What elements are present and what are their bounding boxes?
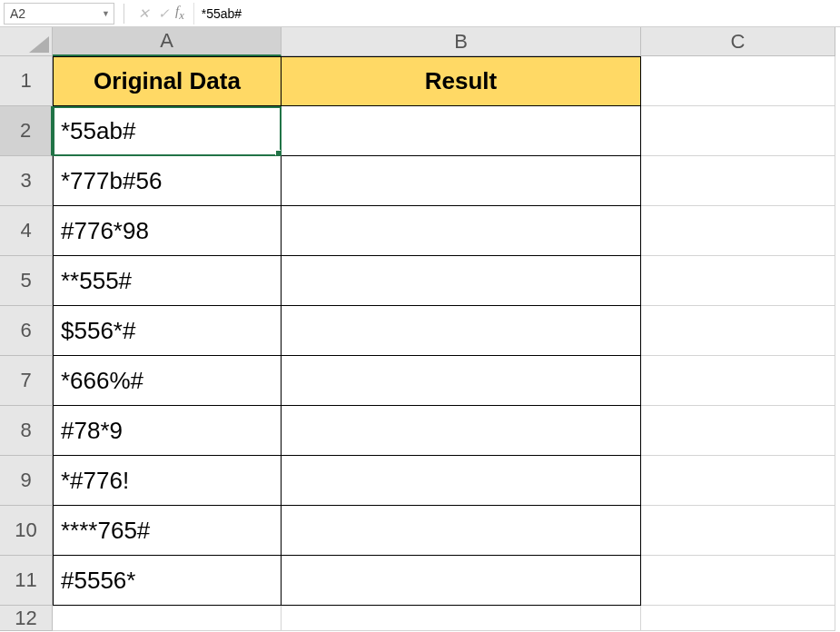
fx-icon[interactable]: fx — [175, 4, 184, 23]
select-all-corner[interactable] — [0, 27, 53, 56]
row-header[interactable]: 8 — [0, 406, 53, 456]
cell[interactable]: $556*# — [53, 306, 282, 356]
header-original-data[interactable]: Original Data — [53, 56, 282, 106]
cell[interactable] — [641, 56, 835, 106]
row-header[interactable]: 7 — [0, 356, 53, 406]
row-header[interactable]: 5 — [0, 256, 53, 306]
cell[interactable]: *666%# — [53, 356, 282, 406]
cell[interactable] — [282, 206, 641, 256]
cell[interactable] — [282, 156, 641, 206]
row-header[interactable]: 4 — [0, 206, 53, 256]
cell[interactable] — [641, 106, 835, 156]
row-header[interactable]: 10 — [0, 506, 53, 556]
cell[interactable] — [282, 456, 641, 506]
cell[interactable]: #5556* — [53, 556, 282, 606]
cell[interactable] — [641, 406, 835, 456]
cell[interactable] — [641, 306, 835, 356]
table-row: #5556* — [53, 556, 835, 606]
row-header[interactable]: 12 — [0, 606, 53, 631]
cell[interactable] — [641, 356, 835, 406]
cell[interactable]: ****765# — [53, 506, 282, 556]
cell[interactable] — [53, 606, 282, 631]
name-box-value: A2 — [10, 6, 25, 21]
table-row: **555# — [53, 256, 835, 306]
cell[interactable] — [282, 106, 641, 156]
cell[interactable] — [282, 356, 641, 406]
formula-bar: A2 ▼ ✕ ✓ fx — [0, 0, 840, 27]
table-row — [53, 606, 835, 631]
cell[interactable]: *#776! — [53, 456, 282, 506]
row-header[interactable]: 3 — [0, 156, 53, 206]
table-row: ****765# — [53, 506, 835, 556]
formula-input[interactable] — [193, 3, 840, 25]
column-headers: A B C — [53, 27, 835, 56]
cell[interactable] — [282, 506, 641, 556]
enter-icon[interactable]: ✓ — [153, 5, 173, 22]
col-header-b[interactable]: B — [282, 27, 641, 56]
cell-grid: Original Data Result *55ab# *777b#56 #77… — [53, 56, 835, 631]
row-header[interactable]: 6 — [0, 306, 53, 356]
table-row: *#776! — [53, 456, 835, 506]
cell[interactable] — [282, 406, 641, 456]
row-header[interactable]: 1 — [0, 56, 53, 106]
cell[interactable] — [282, 256, 641, 306]
cell[interactable] — [641, 156, 835, 206]
cell[interactable] — [282, 606, 641, 631]
cell[interactable]: *777b#56 — [53, 156, 282, 206]
row-header[interactable]: 9 — [0, 456, 53, 506]
header-result[interactable]: Result — [282, 56, 641, 106]
cell[interactable] — [641, 206, 835, 256]
cell[interactable] — [641, 456, 835, 506]
separator — [124, 4, 124, 24]
table-row: #78*9 — [53, 406, 835, 456]
cell[interactable]: #776*98 — [53, 206, 282, 256]
table-row: $556*# — [53, 306, 835, 356]
row-header[interactable]: 2 — [0, 106, 53, 156]
table-row: #776*98 — [53, 206, 835, 256]
cancel-icon[interactable]: ✕ — [133, 5, 153, 22]
cell[interactable] — [641, 256, 835, 306]
row-header[interactable]: 11 — [0, 556, 53, 606]
table-row: *777b#56 — [53, 156, 835, 206]
cell[interactable] — [641, 556, 835, 606]
cell[interactable] — [641, 506, 835, 556]
cell-a2[interactable]: *55ab# — [53, 106, 282, 156]
cell[interactable]: #78*9 — [53, 406, 282, 456]
table-row: *55ab# — [53, 106, 835, 156]
cell[interactable]: **555# — [53, 256, 282, 306]
worksheet: A B C 1 2 3 4 5 6 7 8 9 10 11 12 Origina… — [0, 27, 840, 632]
table-row: *666%# — [53, 356, 835, 406]
cell[interactable] — [282, 306, 641, 356]
row-headers: 1 2 3 4 5 6 7 8 9 10 11 12 — [0, 56, 53, 631]
cell[interactable] — [641, 606, 835, 631]
col-header-a[interactable]: A — [53, 27, 282, 56]
col-header-c[interactable]: C — [641, 27, 835, 56]
chevron-down-icon[interactable]: ▼ — [102, 9, 110, 18]
cell[interactable] — [282, 556, 641, 606]
name-box[interactable]: A2 ▼ — [4, 3, 114, 25]
table-row: Original Data Result — [53, 56, 835, 106]
